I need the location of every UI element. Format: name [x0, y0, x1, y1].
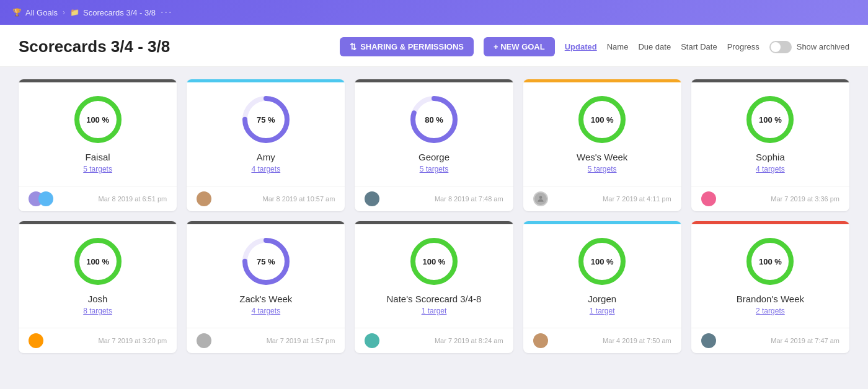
- card-josh: 100 % Josh 8 targets Mar 7 2019 at 3:20 …: [19, 221, 177, 353]
- progress-label: 100 %: [591, 115, 614, 125]
- sharing-permissions-button[interactable]: ⇅ SHARING & PERMISSIONS: [340, 37, 474, 56]
- card-targets[interactable]: 2 targets: [756, 307, 785, 315]
- card-date: Mar 8 2019 at 6:51 pm: [99, 195, 167, 203]
- card-date: Mar 7 2019 at 4:11 pm: [603, 195, 671, 203]
- progress-label: 100 %: [759, 257, 782, 266]
- card-targets[interactable]: 4 targets: [251, 165, 280, 173]
- topbar-scorecard[interactable]: 📁 Scorecards 3/4 - 3/8: [70, 8, 156, 17]
- progress-circle: 100 %: [745, 237, 795, 286]
- card-date: Mar 8 2019 at 10:57 am: [263, 195, 335, 203]
- progress-circle: 80 %: [409, 95, 459, 144]
- card-amy: 75 % Amy 4 targets Mar 8 2019 at 10:57 a…: [187, 79, 345, 211]
- progress-label: 75 %: [257, 257, 275, 266]
- avatar: [533, 191, 548, 206]
- avatar: [701, 333, 716, 348]
- card-footer: Mar 8 2019 at 7:48 am: [355, 186, 513, 211]
- card-body: 80 % George 5 targets: [355, 82, 513, 186]
- card-targets[interactable]: 5 targets: [83, 165, 112, 173]
- avatar: [533, 333, 548, 348]
- topbar-all-goals-label: All Goals: [25, 8, 58, 17]
- card-date: Mar 7 2019 at 1:57 pm: [267, 337, 335, 344]
- show-archived-toggle: Show archived: [769, 41, 849, 53]
- page-header: Scorecards 3/4 - 3/8 ⇅ SHARING & PERMISS…: [0, 25, 868, 67]
- card-targets[interactable]: 1 target: [590, 307, 615, 315]
- card-name: Faisal: [86, 152, 110, 162]
- folder-icon: 📁: [70, 8, 79, 17]
- topbar-more-button[interactable]: ···: [161, 7, 172, 18]
- trophy-icon: 🏆: [12, 8, 22, 17]
- card-date: Mar 4 2019 at 7:47 am: [771, 337, 839, 344]
- progress-label: 80 %: [425, 115, 443, 125]
- card-zacks-week: 75 % Zack's Week 4 targets Mar 7 2019 at…: [187, 221, 345, 353]
- progress-circle: 100 %: [409, 237, 459, 286]
- sort-due-date[interactable]: Due date: [638, 42, 671, 51]
- card-date: Mar 7 2019 at 3:36 pm: [771, 195, 839, 203]
- card-name: Sophia: [756, 152, 785, 162]
- main-content: 100 % Faisal 5 targets Mar 8 2019 at 6:5…: [0, 67, 868, 365]
- topbar-separator: ›: [63, 8, 65, 17]
- progress-circle: 100 %: [745, 95, 795, 144]
- progress-circle: 75 %: [241, 95, 291, 144]
- card-body: 100 % Jorgen 1 target: [523, 224, 681, 328]
- card-footer: Mar 7 2019 at 8:24 am: [355, 328, 513, 353]
- archived-toggle-switch[interactable]: [769, 41, 792, 53]
- topbar-scorecard-label: Scorecards 3/4 - 3/8: [83, 8, 156, 17]
- card-footer: Mar 7 2019 at 1:57 pm: [187, 328, 345, 353]
- progress-circle: 100 %: [73, 237, 123, 286]
- avatar: [365, 191, 379, 206]
- card-jorgen: 100 % Jorgen 1 target Mar 4 2019 at 7:50…: [523, 221, 681, 353]
- avatar: [38, 191, 53, 206]
- card-faisal: 100 % Faisal 5 targets Mar 8 2019 at 6:5…: [19, 79, 177, 211]
- new-goal-btn-label: + NEW GOAL: [494, 42, 545, 51]
- avatar: [701, 191, 716, 206]
- progress-label: 100 %: [423, 257, 446, 266]
- card-name: George: [418, 152, 450, 162]
- card-targets[interactable]: 5 targets: [420, 165, 449, 173]
- cards-grid: 100 % Faisal 5 targets Mar 8 2019 at 6:5…: [19, 79, 849, 353]
- card-body: 100 % Nate's Scorecard 3/4-8 1 target: [355, 224, 513, 328]
- card-footer: Mar 8 2019 at 10:57 am: [187, 186, 345, 211]
- card-name: Josh: [88, 294, 108, 304]
- card-targets[interactable]: 5 targets: [588, 165, 617, 173]
- sort-name[interactable]: Name: [607, 42, 629, 51]
- progress-circle: 100 %: [577, 237, 627, 286]
- sharing-btn-label: SHARING & PERMISSIONS: [360, 42, 464, 51]
- card-name: Amy: [257, 152, 275, 162]
- show-archived-label: Show archived: [797, 42, 849, 51]
- progress-label: 100 %: [759, 115, 782, 125]
- card-footer: Mar 8 2019 at 6:51 pm: [19, 186, 177, 211]
- card-nate-scorecard: 100 % Nate's Scorecard 3/4-8 1 target Ma…: [355, 221, 513, 353]
- card-targets[interactable]: 4 targets: [756, 165, 785, 173]
- sort-start-date[interactable]: Start Date: [681, 42, 717, 51]
- card-targets[interactable]: 4 targets: [251, 307, 280, 315]
- card-name: Brandon's Week: [737, 294, 804, 304]
- card-targets[interactable]: 8 targets: [83, 307, 112, 315]
- card-george: 80 % George 5 targets Mar 8 2019 at 7:48…: [355, 79, 513, 211]
- sort-progress[interactable]: Progress: [727, 42, 760, 51]
- card-date: Mar 4 2019 at 7:50 am: [603, 337, 671, 344]
- sort-options: Updated Name Due date Start Date Progres…: [565, 42, 760, 51]
- card-sophia: 100 % Sophia 4 targets Mar 7 2019 at 3:3…: [691, 79, 849, 211]
- card-body: 75 % Zack's Week 4 targets: [187, 224, 345, 328]
- card-body: 100 % Wes's Week 5 targets: [523, 82, 681, 186]
- avatar: [29, 333, 43, 348]
- card-date: Mar 7 2019 at 8:24 am: [435, 337, 503, 344]
- progress-label: 75 %: [257, 115, 275, 125]
- card-body: 100 % Brandon's Week 2 targets: [691, 224, 849, 328]
- svg-point-8: [539, 196, 542, 199]
- topbar-all-goals[interactable]: 🏆 All Goals: [12, 8, 58, 17]
- card-body: 75 % Amy 4 targets: [187, 82, 345, 186]
- card-targets[interactable]: 1 target: [422, 307, 447, 315]
- avatar: [197, 333, 211, 348]
- card-date: Mar 7 2019 at 3:20 pm: [99, 337, 167, 344]
- topbar: 🏆 All Goals › 📁 Scorecards 3/4 - 3/8 ···: [0, 0, 868, 25]
- page-title: Scorecards 3/4 - 3/8: [19, 37, 330, 56]
- card-body: 100 % Faisal 5 targets: [19, 82, 177, 186]
- share-icon: ⇅: [350, 42, 356, 51]
- card-wes-week: 100 % Wes's Week 5 targets Mar 7 2019 at…: [523, 79, 681, 211]
- sort-updated[interactable]: Updated: [565, 42, 597, 51]
- card-body: 100 % Sophia 4 targets: [691, 82, 849, 186]
- new-goal-button[interactable]: + NEW GOAL: [484, 37, 555, 56]
- progress-label: 100 %: [86, 115, 109, 125]
- progress-circle: 75 %: [241, 237, 291, 286]
